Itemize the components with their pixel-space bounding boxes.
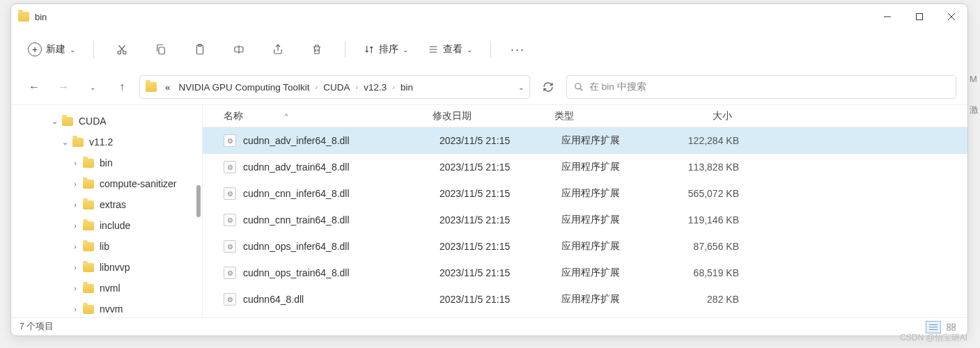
more-button[interactable]: ··· bbox=[505, 42, 531, 57]
folder-icon bbox=[83, 221, 94, 230]
tree-label: nvvm bbox=[100, 303, 123, 315]
search-input[interactable]: 在 bin 中搜索 bbox=[566, 75, 956, 99]
minimize-button[interactable] bbox=[871, 4, 903, 29]
expander-icon[interactable] bbox=[70, 242, 80, 251]
title-bar[interactable]: bin bbox=[11, 4, 967, 29]
tree-item[interactable]: extras bbox=[11, 194, 202, 215]
expander-icon[interactable] bbox=[60, 138, 70, 147]
tree-label: libnvvp bbox=[100, 262, 130, 273]
expander-icon[interactable] bbox=[49, 117, 59, 126]
divider bbox=[490, 41, 491, 58]
tree-item[interactable]: v11.2 bbox=[11, 132, 202, 152]
view-label: 查看 bbox=[443, 43, 462, 56]
svg-rect-19 bbox=[952, 324, 955, 326]
status-bar: 7 个项目 bbox=[11, 317, 967, 335]
folder-icon bbox=[62, 117, 73, 126]
dll-file-icon bbox=[224, 161, 236, 173]
paste-icon[interactable] bbox=[186, 37, 214, 62]
tree-item[interactable]: include bbox=[11, 215, 202, 236]
breadcrumb[interactable]: v12.3 bbox=[361, 81, 389, 94]
sort-asc-icon: ^ bbox=[285, 113, 288, 120]
tree-item[interactable]: compute-sanitizer bbox=[11, 173, 202, 194]
maximize-button[interactable] bbox=[903, 4, 935, 29]
column-name[interactable]: 名称^ bbox=[224, 110, 433, 122]
back-button[interactable]: ← bbox=[22, 75, 46, 99]
file-row[interactable]: cudnn_ops_infer64_8.dll2023/11/5 21:15应用… bbox=[203, 233, 967, 260]
file-date: 2023/11/5 21:15 bbox=[440, 135, 561, 146]
expander-icon[interactable] bbox=[70, 221, 80, 230]
delete-icon[interactable] bbox=[303, 37, 331, 62]
svg-point-5 bbox=[123, 51, 127, 54]
file-date: 2023/11/5 21:15 bbox=[440, 267, 561, 278]
divider bbox=[345, 41, 345, 58]
file-row[interactable]: cudnn64_8.dll2023/11/5 21:15应用程序扩展282 KB bbox=[203, 286, 967, 313]
expander-icon[interactable] bbox=[70, 263, 80, 271]
share-icon[interactable] bbox=[264, 37, 292, 62]
expander-icon[interactable] bbox=[70, 159, 80, 167]
dll-file-icon bbox=[224, 293, 236, 306]
file-size: 113,828 KB bbox=[662, 161, 739, 173]
column-date[interactable]: 修改日期 bbox=[433, 110, 554, 122]
tree-item[interactable]: nvvm bbox=[11, 299, 202, 317]
up-button[interactable]: ↑ bbox=[110, 75, 134, 99]
column-type[interactable]: 类型 bbox=[554, 110, 655, 122]
refresh-button[interactable] bbox=[536, 75, 561, 99]
icons-view-button[interactable] bbox=[944, 321, 959, 333]
breadcrumb[interactable]: CUDA bbox=[320, 81, 352, 94]
tree-item[interactable]: nvml bbox=[11, 278, 202, 299]
file-date: 2023/11/5 21:15 bbox=[440, 188, 561, 199]
recent-button[interactable]: ⌄ bbox=[81, 75, 104, 99]
tree-item[interactable]: bin bbox=[11, 152, 202, 173]
file-date: 2023/11/5 21:15 bbox=[440, 161, 561, 173]
rename-icon[interactable] bbox=[225, 37, 253, 62]
column-size[interactable]: 大小 bbox=[655, 110, 732, 122]
cut-icon[interactable] bbox=[108, 37, 136, 62]
sort-button[interactable]: 排序 ⌄ bbox=[359, 43, 412, 56]
tree-item[interactable]: lib bbox=[11, 236, 202, 257]
chevron-down-icon[interactable]: ⌄ bbox=[518, 84, 524, 91]
file-size: 282 KB bbox=[662, 294, 739, 305]
window-title: bin bbox=[35, 12, 47, 22]
file-row[interactable]: cudnn_cnn_infer64_8.dll2023/11/5 21:15应用… bbox=[203, 180, 967, 207]
file-size: 119,146 KB bbox=[662, 214, 739, 226]
view-button[interactable]: 查看 ⌄ bbox=[423, 43, 476, 56]
folder-icon bbox=[83, 305, 94, 314]
expander-icon[interactable] bbox=[70, 284, 80, 292]
svg-rect-6 bbox=[159, 47, 164, 54]
tree-item[interactable]: libnvvp bbox=[11, 257, 202, 278]
svg-line-14 bbox=[580, 88, 583, 91]
toolbar: + 新建 ⌄ 排序 ⌄ 查看 ⌄ ··· bbox=[11, 29, 967, 70]
close-button[interactable] bbox=[935, 4, 967, 29]
tree-item[interactable]: CUDA bbox=[11, 111, 202, 132]
file-size: 87,656 KB bbox=[662, 241, 739, 252]
scrollbar-thumb[interactable] bbox=[196, 185, 201, 217]
details-view-button[interactable] bbox=[926, 321, 941, 333]
file-name: cudnn64_8.dll bbox=[243, 294, 440, 305]
chevron-down-icon: ⌄ bbox=[403, 46, 408, 54]
new-button[interactable]: + 新建 ⌄ bbox=[24, 40, 79, 59]
expander-icon[interactable] bbox=[70, 180, 80, 188]
svg-rect-1 bbox=[917, 14, 923, 20]
expander-icon[interactable] bbox=[70, 305, 80, 313]
sort-label: 排序 bbox=[379, 43, 398, 56]
address-bar[interactable]: « NVIDIA GPU Computing Toolkit › CUDA › … bbox=[139, 75, 530, 99]
dll-file-icon bbox=[224, 187, 236, 200]
dll-file-icon bbox=[224, 240, 236, 253]
breadcrumb[interactable]: bin bbox=[398, 81, 416, 94]
copy-icon[interactable] bbox=[147, 37, 175, 62]
dll-file-icon bbox=[224, 134, 236, 147]
file-row[interactable]: cudnn_adv_train64_8.dll2023/11/5 21:15应用… bbox=[203, 154, 967, 180]
file-row[interactable]: cudnn_cnn_train64_8.dll2023/11/5 21:15应用… bbox=[203, 207, 967, 233]
file-row[interactable]: cudnn_adv_infer64_8.dll2023/11/5 21:15应用… bbox=[203, 127, 967, 154]
file-row[interactable]: cudnn_ops_train64_8.dll2023/11/5 21:15应用… bbox=[203, 260, 967, 286]
file-type: 应用程序扩展 bbox=[561, 214, 662, 226]
file-type: 应用程序扩展 bbox=[561, 134, 662, 147]
forward-button[interactable]: → bbox=[52, 75, 75, 99]
column-headers: 名称^ 修改日期 类型 大小 bbox=[203, 105, 967, 127]
folder-icon bbox=[83, 263, 94, 272]
breadcrumb[interactable]: NVIDIA GPU Computing Toolkit bbox=[176, 81, 313, 94]
nav-bar: ← → ⌄ ↑ « NVIDIA GPU Computing Toolkit ›… bbox=[11, 70, 967, 104]
file-size: 68,519 KB bbox=[662, 267, 739, 278]
dll-file-icon bbox=[224, 267, 236, 279]
expander-icon[interactable] bbox=[70, 200, 80, 209]
